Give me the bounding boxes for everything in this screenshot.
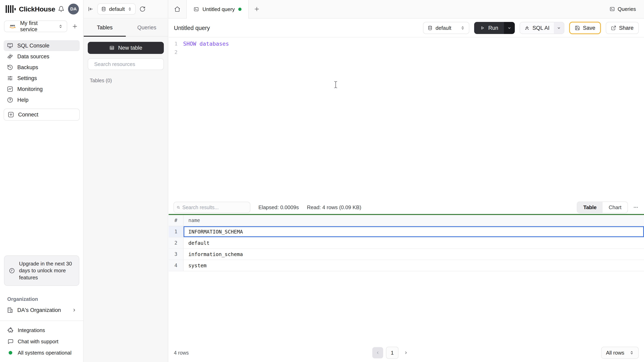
page-size-selector[interactable]: All rows: [601, 347, 639, 359]
aws-icon: aws: [8, 23, 17, 29]
table-cell[interactable]: INFORMATION_SCHEMA: [184, 226, 644, 238]
tab-queries[interactable]: Queries: [126, 19, 168, 36]
tab-untitled-query[interactable]: Untitled query: [186, 0, 249, 18]
current-page-button[interactable]: 1: [386, 347, 398, 359]
sidebar-item-backups[interactable]: Backups: [4, 62, 80, 73]
tab-label: Untitled query: [202, 6, 235, 12]
terminal-icon: [610, 6, 615, 12]
column-header-index: #: [169, 215, 184, 226]
status-green-dot-icon: [9, 351, 12, 355]
unsaved-dot-icon: [238, 8, 242, 11]
sidebar-item-settings[interactable]: Settings: [4, 73, 80, 84]
chevrons-updown-icon: [460, 26, 465, 30]
save-icon: [575, 25, 580, 30]
sql-editor[interactable]: 1 SHOW databases 2: [169, 37, 644, 201]
table-cell[interactable]: default: [184, 238, 644, 249]
save-label: Save: [583, 25, 595, 31]
elapsed-stat: Elapsed: 0.0009s: [258, 204, 299, 211]
new-table-label: New table: [118, 45, 142, 51]
share-button[interactable]: Share: [606, 22, 639, 34]
run-options-button[interactable]: [504, 22, 515, 34]
queries-button[interactable]: Queries: [610, 0, 636, 18]
service-selector[interactable]: aws My first service: [4, 20, 67, 32]
system-status[interactable]: All systems operational: [7, 349, 80, 356]
sql-ai-options-button[interactable]: [554, 22, 564, 33]
line-number: 2: [169, 49, 178, 55]
building-icon: [7, 307, 13, 313]
more-options-icon[interactable]: [633, 205, 638, 210]
sidebar-header: ClickHouse DA: [0, 0, 83, 18]
avatar[interactable]: DA: [68, 3, 79, 14]
resource-search-input[interactable]: [94, 61, 162, 67]
new-table-button[interactable]: New table: [88, 42, 164, 54]
view-table-tab[interactable]: Table: [577, 202, 602, 213]
clickhouse-logo[interactable]: ClickHouse: [6, 5, 55, 13]
terminal-icon: [194, 7, 199, 12]
database-icon: [101, 6, 106, 12]
resource-search: [88, 58, 164, 70]
row-number: 4: [169, 260, 184, 271]
search-icon: [177, 205, 180, 210]
database-selector-topbar[interactable]: default: [98, 3, 136, 15]
run-label: Run: [488, 25, 498, 31]
resource-explorer: Tables Queries New table Tables (0): [84, 19, 168, 362]
integrations-link[interactable]: Integrations: [7, 327, 80, 334]
chevron-left-icon: [376, 351, 380, 355]
new-tab-button[interactable]: [249, 0, 265, 18]
sql-ai-button[interactable]: SQL AI: [520, 22, 554, 33]
row-number: 1: [169, 226, 184, 238]
query-title[interactable]: Untitled query: [174, 25, 210, 31]
results-toolbar: Elapsed: 0.0009s Read: 4 rows (0.09 KB) …: [169, 201, 644, 214]
table-row: 2 default: [169, 238, 644, 249]
previous-page-button[interactable]: [372, 347, 383, 359]
organization-row[interactable]: DA's Organization: [4, 305, 80, 316]
upgrade-notice[interactable]: Upgrade in the next 30 days to unlock mo…: [4, 255, 79, 286]
next-page-button[interactable]: [401, 347, 410, 359]
connect-icon: [8, 111, 14, 118]
results-search: [174, 202, 250, 213]
clickhouse-logo-icon: [6, 5, 16, 13]
code-line: 1 SHOW databases: [169, 39, 644, 48]
code-text: SHOW databases: [183, 41, 229, 47]
sidebar-item-label: Settings: [17, 75, 37, 81]
table-row: 1 INFORMATION_SCHEMA: [169, 226, 644, 238]
home-tab-button[interactable]: [168, 0, 186, 18]
sidebar-item-sql-console[interactable]: SQL Console: [4, 40, 80, 51]
run-button[interactable]: Run: [474, 22, 504, 34]
chat-bubble-icon: [7, 338, 14, 345]
chat-support-label: Chat with support: [18, 339, 58, 345]
view-chart-tab[interactable]: Chart: [602, 202, 628, 213]
notifications-bell-icon[interactable]: [58, 6, 64, 12]
collapse-panel-icon[interactable]: [87, 6, 94, 12]
service-row: aws My first service: [0, 20, 83, 32]
organization-section-label: Organization: [7, 296, 83, 302]
connect-button[interactable]: Connect: [4, 109, 80, 121]
connect-label: Connect: [18, 112, 38, 118]
results-table: # name 1 INFORMATION_SCHEMA 2 default 3 …: [169, 215, 644, 271]
table-cell[interactable]: system: [184, 260, 644, 271]
refresh-icon[interactable]: [139, 6, 146, 12]
help-icon: [7, 97, 13, 103]
settings-sliders-icon: [7, 75, 13, 81]
row-number: 3: [169, 249, 184, 260]
column-header-name[interactable]: name: [184, 215, 644, 226]
top-tab-strip: default Untitled query Queries: [84, 0, 644, 18]
chat-support-link[interactable]: Chat with support: [7, 338, 80, 345]
topbar-left-controls: default: [84, 0, 168, 18]
results-search-input[interactable]: [182, 205, 247, 210]
integrations-label: Integrations: [18, 327, 45, 334]
sidebar-item-data-sources[interactable]: Data sources: [4, 51, 80, 62]
tab-tables[interactable]: Tables: [84, 19, 126, 36]
play-icon: [480, 25, 485, 30]
pagination: 1: [372, 344, 410, 362]
page-size-value: All rows: [606, 350, 624, 356]
add-service-button[interactable]: [70, 22, 79, 31]
results-header-row: # name: [169, 215, 644, 226]
table-cell[interactable]: information_schema: [184, 249, 644, 260]
database-selector-toolbar[interactable]: default: [423, 22, 469, 34]
table-row: 4 system: [169, 260, 644, 271]
sidebar-item-help[interactable]: Help: [4, 94, 80, 105]
sidebar-item-monitoring[interactable]: Monitoring: [4, 84, 80, 94]
backups-history-icon: [7, 64, 13, 71]
save-button[interactable]: Save: [569, 22, 601, 34]
